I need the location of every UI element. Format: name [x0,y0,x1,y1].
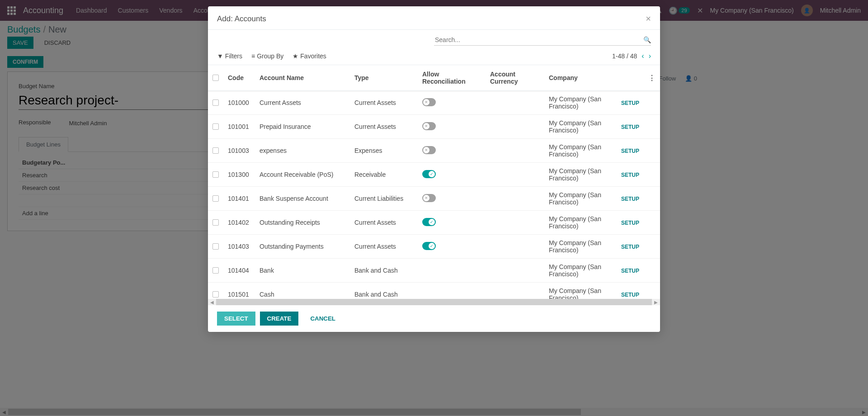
account-row[interactable]: 101000Current AssetsCurrent Assets✕My Co… [208,91,660,115]
cell-name: Cash [255,283,350,299]
cancel-button[interactable]: CANCEL [303,312,343,326]
account-row[interactable]: 101403Outstanding PaymentsCurrent Assets… [208,235,660,259]
reconcile-toggle[interactable]: ✕ [422,98,436,106]
cell-code: 101000 [223,91,255,115]
cell-currency [486,235,544,259]
account-row[interactable]: 101001Prepaid InsuranceCurrent Assets✕My… [208,115,660,139]
row-checkbox[interactable] [212,123,219,130]
cell-code: 101403 [223,235,255,259]
search-icon[interactable]: 🔍 [643,36,651,43]
setup-button[interactable]: SETUP [621,220,639,226]
cell-name: Bank [255,259,350,283]
cell-currency [486,283,544,299]
cell-type: Bank and Cash [350,283,418,299]
col-currency[interactable]: Account Currency [486,65,544,91]
cell-type: Current Assets [350,211,418,235]
cell-name: Bank Suspense Account [255,187,350,211]
pager-prev-icon[interactable]: ‹ [642,52,644,60]
row-checkbox[interactable] [212,291,219,298]
groupby-button[interactable]: ≡Group By [251,52,283,60]
cell-type: Current Liabilities [350,187,418,211]
cell-name: Prepaid Insurance [255,115,350,139]
cell-company: My Company (San Francisco) [544,283,617,299]
cell-company: My Company (San Francisco) [544,91,617,115]
cell-company: My Company (San Francisco) [544,235,617,259]
reconcile-toggle[interactable]: ✕ [422,194,436,202]
cell-code: 101300 [223,163,255,187]
reconcile-toggle[interactable]: ✓ [422,242,436,250]
reconcile-toggle[interactable]: ✓ [422,170,436,178]
cell-currency [486,91,544,115]
setup-button[interactable]: SETUP [621,292,639,298]
account-row[interactable]: 101003expensesExpenses✕My Company (San F… [208,139,660,163]
cell-name: Current Assets [255,91,350,115]
cell-currency [486,139,544,163]
setup-button[interactable]: SETUP [621,124,639,130]
cell-name: Outstanding Payments [255,235,350,259]
account-row[interactable]: 101404BankBank and CashMy Company (San F… [208,259,660,283]
setup-button[interactable]: SETUP [621,172,639,178]
row-checkbox[interactable] [212,147,219,154]
account-row[interactable]: 101401Bank Suspense AccountCurrent Liabi… [208,187,660,211]
cell-company: My Company (San Francisco) [544,115,617,139]
reconcile-toggle[interactable]: ✕ [422,122,436,130]
row-checkbox[interactable] [212,243,219,250]
create-button[interactable]: CREATE [260,312,299,326]
cell-code: 101401 [223,187,255,211]
cell-currency [486,187,544,211]
setup-button[interactable]: SETUP [621,196,639,202]
row-checkbox[interactable] [212,99,219,106]
cell-code: 101402 [223,211,255,235]
col-code[interactable]: Code [223,65,255,91]
row-checkbox[interactable] [212,267,219,274]
cell-type: Bank and Cash [350,259,418,283]
cell-type: Receivable [350,163,418,187]
pager-text: 1-48 / 48 [612,52,637,60]
favorites-button[interactable]: ★Favorites [292,52,326,60]
setup-button[interactable]: SETUP [621,148,639,154]
setup-button[interactable]: SETUP [621,100,639,106]
cell-company: My Company (San Francisco) [544,211,617,235]
cell-currency [486,259,544,283]
row-checkbox[interactable] [212,195,219,202]
cell-code: 101501 [223,283,255,299]
filters-button[interactable]: ▼Filters [217,52,242,60]
cell-code: 101001 [223,115,255,139]
close-icon[interactable]: × [646,14,651,24]
cell-type: Current Assets [350,115,418,139]
search-input[interactable] [434,34,643,45]
setup-button[interactable]: SETUP [621,244,639,250]
cell-name: expenses [255,139,350,163]
cell-name: Outstanding Receipts [255,211,350,235]
cell-code: 101404 [223,259,255,283]
modal-title: Add: Accounts [217,14,266,24]
col-company[interactable]: Company [544,65,617,91]
cell-code: 101003 [223,139,255,163]
col-reconcile[interactable]: Allow Reconciliation [418,65,486,91]
cell-type: Expenses [350,139,418,163]
cell-company: My Company (San Francisco) [544,139,617,163]
account-row[interactable]: 101300Account Receivable (PoS)Receivable… [208,163,660,187]
row-checkbox[interactable] [212,171,219,178]
cell-company: My Company (San Francisco) [544,163,617,187]
col-type[interactable]: Type [350,65,418,91]
kebab-icon[interactable]: ⋮ [648,74,656,82]
cell-currency [486,115,544,139]
add-accounts-modal: Add: Accounts × 🔍 ▼Filters ≡Group By ★Fa… [208,6,660,332]
pager-next-icon[interactable]: › [649,52,651,60]
select-button[interactable]: SELECT [217,312,255,326]
select-all-checkbox[interactable] [212,75,219,81]
row-checkbox[interactable] [212,219,219,226]
cell-type: Current Assets [350,91,418,115]
cell-company: My Company (San Francisco) [544,259,617,283]
setup-button[interactable]: SETUP [621,268,639,274]
col-name[interactable]: Account Name [255,65,350,91]
star-icon: ★ [292,52,298,60]
account-row[interactable]: 101501CashBank and CashMy Company (San F… [208,283,660,299]
cell-company: My Company (San Francisco) [544,187,617,211]
account-row[interactable]: 101402Outstanding ReceiptsCurrent Assets… [208,211,660,235]
reconcile-toggle[interactable]: ✕ [422,146,436,154]
modal-horizontal-scrollbar[interactable]: ◀▶ [208,299,660,305]
list-icon: ≡ [251,52,255,60]
reconcile-toggle[interactable]: ✓ [422,218,436,226]
